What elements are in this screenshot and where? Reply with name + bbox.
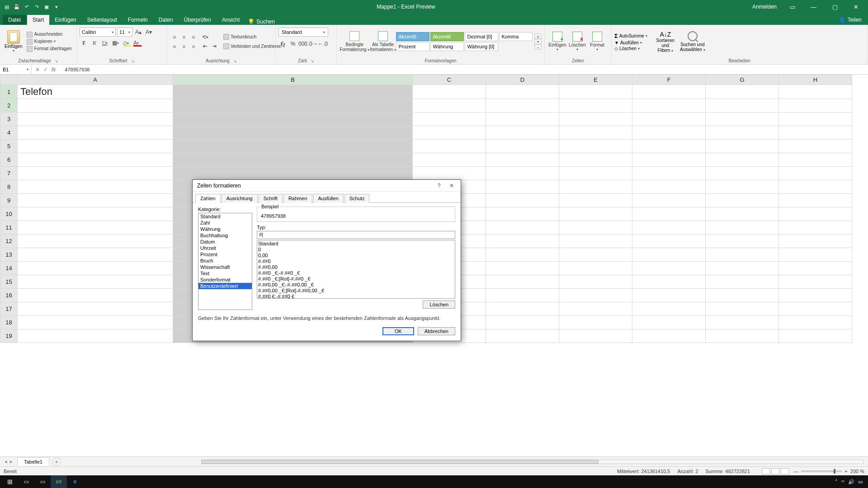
view-normal-icon[interactable] [762, 468, 770, 474]
row-header[interactable]: 16 [0, 289, 18, 302]
cell[interactable] [173, 153, 413, 167]
cell[interactable] [559, 302, 632, 316]
percent-button[interactable]: % [288, 39, 297, 48]
style-dezimal[interactable]: Dezimal [0] [465, 32, 498, 41]
cell[interactable] [559, 167, 632, 180]
ribbon-display-icon[interactable]: ▭ [782, 0, 802, 14]
cell[interactable] [413, 153, 486, 167]
orientation-button[interactable]: ⟲▾ [201, 33, 210, 42]
category-item[interactable]: Standard [198, 213, 252, 220]
cell[interactable] [18, 194, 173, 207]
type-list-item[interactable]: #.##0,00 _€;[Rot]-#.##0,00 _€ [258, 288, 454, 294]
sort-filter-button[interactable]: A↓Z Sortieren und Filtern ▾ [652, 31, 679, 53]
clipboard-launcher-icon[interactable]: ↘ [55, 59, 58, 63]
cell[interactable] [18, 126, 173, 140]
row-header[interactable]: 17 [0, 302, 18, 316]
col-header[interactable]: B [173, 75, 413, 85]
dialog-tab-zahlen[interactable]: Zahlen [195, 194, 221, 203]
category-item[interactable]: Sonderformat [198, 277, 252, 283]
delete-cells-button[interactable]: Löschen▾ [567, 32, 587, 52]
style-waehrung0[interactable]: Währung [0] [465, 42, 498, 51]
cell[interactable] [559, 275, 632, 289]
cell[interactable] [486, 153, 559, 167]
category-item[interactable]: Datum [198, 239, 252, 245]
category-item[interactable]: Bruch [198, 258, 252, 264]
cell[interactable] [18, 262, 173, 275]
cell[interactable] [173, 126, 413, 140]
cell[interactable] [706, 85, 779, 99]
cell[interactable] [173, 140, 413, 153]
cell[interactable] [173, 167, 413, 180]
row-header[interactable]: 9 [0, 194, 18, 207]
conditional-formatting-button[interactable]: Bedingte Formatierung ▾ [340, 31, 370, 52]
align-middle-icon[interactable]: ≡ [179, 33, 189, 42]
redo-icon[interactable]: ↷ [33, 4, 40, 10]
cell[interactable] [779, 140, 852, 153]
cell[interactable] [18, 207, 173, 221]
font-color-button[interactable]: A▾ [132, 38, 141, 47]
cell[interactable] [632, 235, 706, 248]
cell[interactable] [559, 221, 632, 235]
share-button[interactable]: 👤 Teilen [832, 15, 868, 25]
zoom-slider[interactable] [801, 470, 842, 472]
cell[interactable] [486, 289, 559, 302]
fill-button[interactable]: ▼Ausfüllen▾ [614, 40, 647, 45]
col-header[interactable]: F [632, 75, 706, 85]
insert-cells-button[interactable]: Einfügen▾ [547, 32, 567, 52]
col-header[interactable]: A [18, 75, 173, 85]
cell[interactable] [486, 302, 559, 316]
cell[interactable] [706, 329, 779, 343]
style-waehrung[interactable]: Währung [430, 42, 464, 51]
row-header[interactable]: 4 [0, 126, 18, 140]
taskbar-app1-icon[interactable]: ▭ [34, 475, 51, 488]
row-header[interactable]: 18 [0, 316, 18, 329]
enter-formula-icon[interactable]: ✓ [43, 66, 48, 73]
tray-arrow-icon[interactable]: ˄ [835, 479, 838, 485]
styles-down-icon[interactable]: ▾ [534, 39, 542, 44]
dialog-tab-rahmen[interactable]: Rahmen [283, 194, 312, 203]
cell[interactable] [413, 113, 486, 126]
align-center-icon[interactable]: ≡ [179, 42, 189, 51]
row-header[interactable]: 8 [0, 180, 18, 194]
cell[interactable] [706, 180, 779, 194]
add-sheet-button[interactable]: + [52, 457, 61, 466]
row-header[interactable]: 11 [0, 221, 18, 235]
cell[interactable] [559, 113, 632, 126]
cell[interactable] [632, 113, 706, 126]
style-akzent5[interactable]: Akzent5 [396, 32, 429, 41]
cell[interactable] [632, 329, 706, 343]
row-header[interactable]: 15 [0, 275, 18, 289]
cell-styles-gallery[interactable]: Akzent5 Akzent6 Dezimal [0] Komma Prozen… [396, 32, 533, 51]
cell[interactable] [632, 85, 706, 99]
cell[interactable] [779, 167, 852, 180]
cell[interactable] [18, 167, 173, 180]
dialog-close-icon[interactable]: ✕ [445, 181, 458, 190]
find-select-button[interactable]: Suchen und Auswählen ▾ [679, 31, 706, 52]
indent-decrease-icon[interactable]: ⇤ [201, 42, 210, 51]
col-header[interactable]: D [486, 75, 559, 85]
fx-icon[interactable]: fx [52, 66, 58, 73]
font-size-select[interactable]: 11▾ [117, 28, 132, 37]
number-launcher-icon[interactable]: ↘ [311, 59, 314, 63]
cell[interactable] [559, 329, 632, 343]
cell[interactable] [779, 289, 852, 302]
increase-decimal-icon[interactable]: .0→ [308, 39, 317, 48]
minimize-icon[interactable]: — [803, 0, 824, 14]
cancel-formula-icon[interactable]: ✕ [35, 66, 40, 73]
tell-me-search[interactable]: 💡 Suchen [248, 19, 275, 25]
cell[interactable] [486, 126, 559, 140]
paste-button[interactable]: Einfügen ▾ [3, 29, 24, 54]
cell[interactable] [632, 262, 706, 275]
cell[interactable] [706, 153, 779, 167]
tab-daten[interactable]: Daten [153, 15, 179, 25]
align-left-icon[interactable]: ≡ [170, 42, 179, 51]
cell[interactable]: Telefon [18, 85, 173, 99]
cell[interactable] [486, 262, 559, 275]
sheet-tab-1[interactable]: Tabelle1 [17, 457, 49, 466]
copy-button[interactable]: Kopieren▾ [26, 38, 72, 45]
cell[interactable] [706, 275, 779, 289]
cell[interactable] [486, 140, 559, 153]
cell[interactable] [632, 316, 706, 329]
zoom-control[interactable]: — + 200 % [793, 469, 864, 474]
cell[interactable] [486, 85, 559, 99]
